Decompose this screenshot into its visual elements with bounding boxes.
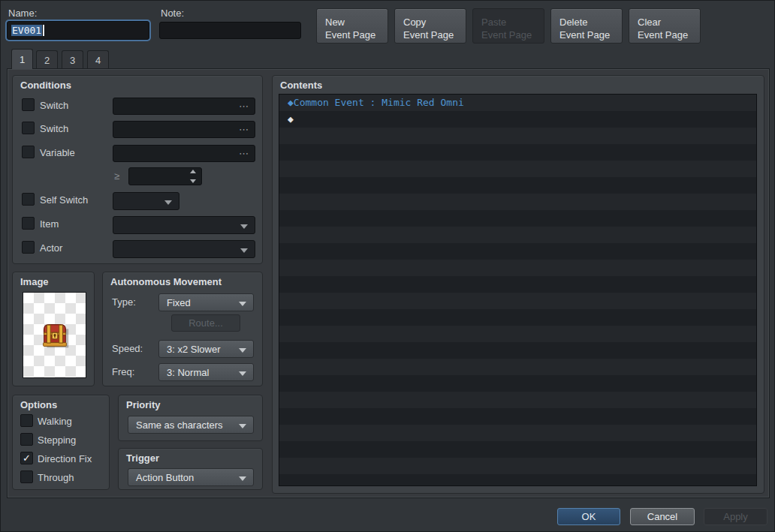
trigger-dropdown[interactable]: Action Button (128, 468, 254, 486)
tab-page-3[interactable]: 3 (62, 50, 83, 69)
options-panel: Options Walking Stepping ✓ Direction Fix… (12, 395, 110, 490)
chevron-down-icon (239, 371, 246, 376)
movement-freq-dropdown[interactable]: 3: Normal (158, 363, 254, 381)
copy-event-page-button[interactable]: Copy Event Page (394, 8, 466, 44)
contents-panel: Contents ◆Common Event : Mimic Red Omni … (272, 75, 764, 494)
gte-comparator: ≥ (114, 170, 119, 182)
text-caret (43, 25, 44, 36)
event-command-list[interactable]: ◆Common Event : Mimic Red Omni ◆ (279, 94, 757, 486)
options-title: Options (20, 399, 57, 410)
movement-type-dropdown[interactable]: Fixed (158, 293, 254, 311)
speed-label: Speed: (112, 343, 143, 354)
switch2-label: Switch (40, 123, 68, 134)
trigger-panel: Trigger Action Button (118, 448, 263, 490)
image-title: Image (20, 276, 49, 287)
variable-picker[interactable]: ⋯ (113, 145, 255, 162)
priority-panel: Priority Same as characters (118, 395, 263, 441)
movement-speed-dropdown[interactable]: 3: x2 Slower (158, 340, 254, 358)
treasure-chest-icon (38, 318, 72, 353)
image-panel: Image (12, 272, 95, 386)
apply-button[interactable]: Apply (704, 508, 767, 525)
chevron-down-icon (240, 248, 248, 253)
switch1-checkbox[interactable] (22, 98, 35, 111)
type-label: Type: (112, 296, 136, 308)
priority-title: Priority (126, 399, 161, 410)
actor-dropdown[interactable] (113, 240, 255, 258)
variable-label: Variable (40, 147, 75, 158)
diamond-bullet-icon: ◆ (288, 113, 294, 125)
chevron-down-icon (164, 200, 172, 205)
chevron-down-icon (239, 424, 246, 428)
stepping-label: Stepping (38, 434, 76, 446)
stepping-checkbox[interactable] (20, 433, 33, 446)
name-input-selected-text: EV001 (11, 25, 42, 36)
event-page-editor-dialog: { "header": { "name_label": "Name:", "na… (0, 0, 775, 532)
paste-event-page-button[interactable]: Paste Event Page (472, 8, 544, 44)
delete-event-page-button[interactable]: Delete Event Page (550, 8, 623, 44)
item-dropdown[interactable] (113, 216, 255, 234)
note-input[interactable] (159, 22, 301, 39)
new-event-page-button[interactable]: New Event Page (316, 8, 388, 44)
command-line-empty[interactable]: ◆ (279, 111, 756, 128)
self-switch-checkbox[interactable] (22, 193, 35, 206)
tab-page-2[interactable]: 2 (36, 50, 58, 69)
item-checkbox[interactable] (22, 217, 35, 230)
tab-page-4[interactable]: 4 (87, 50, 109, 69)
tab-page-1[interactable]: 1 (11, 49, 33, 69)
ok-button[interactable]: OK (557, 508, 620, 525)
direction-fix-label: Direction Fix (38, 453, 92, 464)
autonomous-movement-title: Autonomous Movement (110, 276, 222, 287)
autonomous-movement-panel: Autonomous Movement Type: Fixed Route...… (102, 272, 263, 386)
direction-fix-checkbox[interactable]: ✓ (20, 452, 33, 464)
command-line[interactable]: ◆Common Event : Mimic Red Omni (279, 95, 756, 111)
cancel-button[interactable]: Cancel (630, 508, 695, 525)
chevron-down-icon (240, 224, 248, 229)
event-page-frame: Conditions Switch ⋯ Switch ⋯ Variable ⋯ … (7, 68, 770, 498)
route-button[interactable]: Route... (171, 314, 240, 332)
through-label: Through (38, 472, 74, 483)
actor-checkbox[interactable] (22, 241, 35, 254)
walking-checkbox[interactable] (20, 414, 33, 427)
priority-dropdown[interactable]: Same as characters (128, 416, 254, 434)
name-input[interactable]: EV001 (7, 21, 149, 40)
contents-title: Contents (280, 80, 322, 91)
freq-label: Freq: (112, 366, 134, 377)
chevron-down-icon (239, 302, 246, 306)
switch1-label: Switch (40, 100, 68, 111)
ellipsis-icon: ⋯ (239, 148, 249, 159)
through-checkbox[interactable] (20, 470, 33, 483)
event-image-selector[interactable] (23, 292, 86, 378)
spin-down-icon[interactable] (190, 179, 196, 183)
conditions-title: Conditions (20, 80, 71, 91)
switch2-checkbox[interactable] (22, 122, 35, 134)
note-label: Note: (161, 8, 184, 19)
self-switch-dropdown[interactable] (113, 192, 179, 210)
diamond-bullet-icon: ◆ (288, 97, 294, 108)
variable-amount-spinner[interactable] (128, 167, 202, 185)
ellipsis-icon: ⋯ (239, 101, 249, 112)
self-switch-label: Self Switch (40, 194, 88, 206)
spin-up-icon[interactable] (190, 170, 196, 173)
variable-checkbox[interactable] (22, 146, 35, 158)
switch2-picker[interactable]: ⋯ (113, 121, 255, 138)
clear-event-page-button[interactable]: Clear Event Page (629, 8, 701, 44)
switch1-picker[interactable]: ⋯ (113, 98, 255, 115)
ellipsis-icon: ⋯ (239, 124, 249, 135)
walking-label: Walking (38, 416, 72, 427)
check-icon: ✓ (23, 452, 31, 464)
name-label: Name: (8, 8, 37, 19)
actor-label: Actor (40, 242, 62, 254)
chevron-down-icon (239, 476, 246, 481)
item-label: Item (40, 218, 59, 230)
conditions-panel: Conditions Switch ⋯ Switch ⋯ Variable ⋯ … (12, 75, 263, 264)
chevron-down-icon (239, 348, 246, 353)
trigger-title: Trigger (126, 452, 159, 464)
